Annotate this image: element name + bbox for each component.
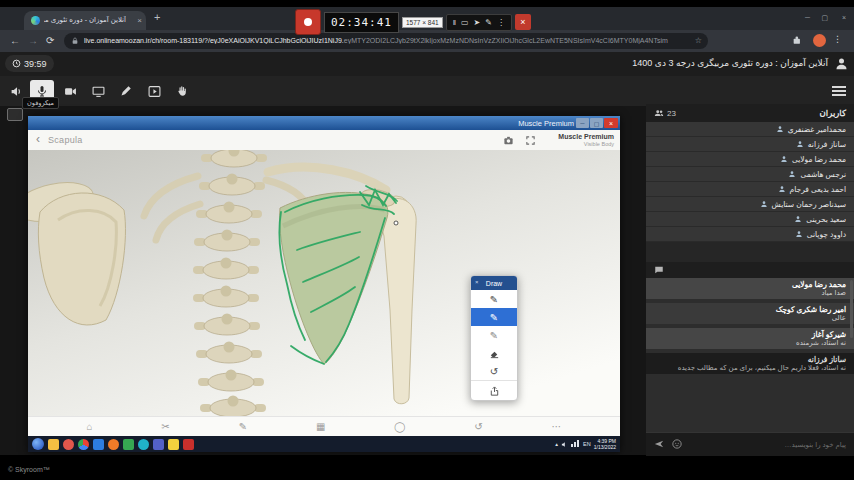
record-button[interactable] bbox=[295, 9, 321, 35]
window-titlebar[interactable]: Muscle Premium ─ ▢ × bbox=[28, 116, 620, 130]
share-icon bbox=[489, 386, 500, 397]
window-maximize-icon[interactable]: ▢ bbox=[821, 14, 828, 22]
person-icon bbox=[760, 200, 768, 208]
network-signal-icon[interactable] bbox=[571, 440, 580, 448]
draw-share-button[interactable] bbox=[471, 380, 517, 401]
pen-icon: ✎ bbox=[490, 312, 498, 323]
recorder-timer: 02:34:41 bbox=[324, 12, 399, 33]
start-button[interactable] bbox=[32, 438, 44, 450]
hamburger-menu-icon[interactable] bbox=[832, 86, 846, 98]
draw-tool-marker[interactable]: ✎ bbox=[471, 326, 517, 344]
taskbar-app-icon[interactable] bbox=[108, 439, 119, 450]
media-player-button[interactable] bbox=[142, 80, 166, 102]
user-list-item[interactable]: محمدامیر غضنفری bbox=[646, 122, 854, 137]
tab-close-icon[interactable]: × bbox=[137, 16, 142, 25]
tray-speaker-icon[interactable] bbox=[561, 441, 568, 448]
user-list-item[interactable]: داوود چوپانی bbox=[646, 227, 854, 242]
draw-tool-pen-active[interactable]: ✎ bbox=[471, 308, 517, 326]
new-tab-button[interactable]: + bbox=[154, 11, 160, 23]
draw-pencil-icon[interactable]: ✎ bbox=[239, 421, 247, 432]
back-icon[interactable]: ← bbox=[10, 35, 20, 46]
user-list-item[interactable]: ساناز فرزانه bbox=[646, 137, 854, 152]
home-icon[interactable]: ⌂ bbox=[86, 421, 92, 432]
fullscreen-expand-icon[interactable] bbox=[525, 135, 536, 146]
user-list-item[interactable]: نرجس هاشمی bbox=[646, 167, 854, 182]
tray-chevron-icon[interactable]: ▴ bbox=[555, 441, 558, 447]
session-timer-value: 39:59 bbox=[24, 59, 47, 69]
draw-tool-eraser[interactable] bbox=[471, 344, 517, 362]
chat-panel-header[interactable] bbox=[646, 262, 854, 278]
snapshot-camera-icon[interactable] bbox=[503, 135, 514, 146]
taskbar-app-icon[interactable] bbox=[78, 439, 89, 450]
clock-icon bbox=[12, 59, 21, 68]
chat-sender: ساناز فرزانه bbox=[654, 355, 846, 364]
url-host-path: live.onlineamoozan.ir/ch/room-183119/?/e… bbox=[84, 37, 344, 44]
reset-undo-icon[interactable]: ↺ bbox=[474, 421, 482, 432]
webcam-button[interactable] bbox=[58, 80, 82, 102]
user-list-item[interactable]: محمد رضا مولایی bbox=[646, 152, 854, 167]
chat-input-bar[interactable]: پیام خود را بنویسید… bbox=[646, 432, 854, 456]
taskbar-app-icon[interactable] bbox=[93, 439, 104, 450]
windows-taskbar: ▴ EN 4:39 PM 1/13/2022 bbox=[28, 436, 620, 452]
chat-message-list[interactable]: محمد رضا مولایی صدا میاد امیر رضا شکری ک… bbox=[646, 278, 854, 432]
profile-avatar[interactable] bbox=[813, 34, 826, 47]
nav-back-icon[interactable]: ‹ bbox=[36, 132, 40, 146]
tab-favicon bbox=[31, 16, 40, 25]
more-options-icon[interactable]: ⋯ bbox=[552, 421, 562, 432]
screenshare-button[interactable] bbox=[86, 80, 110, 102]
system-tray: ▴ EN 4:39 PM 1/13/2022 bbox=[555, 438, 616, 451]
whiteboard-panel-toggle-icon[interactable] bbox=[7, 108, 23, 121]
anatomy-3d-view[interactable] bbox=[28, 150, 620, 416]
dissect-scissors-icon[interactable]: ✂ bbox=[161, 421, 169, 432]
taskbar-app-icon[interactable] bbox=[63, 439, 74, 450]
taskbar-app-icon[interactable] bbox=[183, 439, 194, 450]
user-list-item[interactable]: احمد بدیعی فرجام bbox=[646, 182, 854, 197]
send-icon[interactable] bbox=[654, 439, 664, 449]
taskbar-app-icon[interactable] bbox=[48, 439, 59, 450]
raise-hand-button[interactable] bbox=[170, 80, 194, 102]
window-close-icon[interactable]: × bbox=[842, 14, 846, 21]
user-list-item[interactable]: سعید بحرینی bbox=[646, 212, 854, 227]
app-close-icon[interactable]: × bbox=[604, 118, 618, 128]
recorder-more-icon[interactable]: ⋮ bbox=[497, 18, 505, 27]
cursor-icon[interactable]: ➤ bbox=[474, 18, 481, 27]
app-maximize-icon[interactable]: ▢ bbox=[590, 118, 603, 128]
rotate-circle-icon[interactable]: ◯ bbox=[394, 421, 405, 432]
taskbar-app-icon[interactable] bbox=[168, 439, 179, 450]
whiteboard-pen-button[interactable] bbox=[114, 80, 138, 102]
recorder-close-button[interactable]: × bbox=[515, 14, 531, 30]
draw-tools-panel: Draw × ✎ ✎ ✎ ↺ bbox=[470, 275, 518, 401]
brand-name: Muscle Premium bbox=[558, 133, 614, 141]
pause-icon[interactable]: ‖ bbox=[453, 18, 456, 27]
extensions-puzzle-icon[interactable] bbox=[792, 35, 802, 45]
language-indicator[interactable]: EN bbox=[583, 441, 591, 447]
class-title: آنلاین آموزان : دوره تئوری مربیگری درجه … bbox=[632, 58, 828, 68]
account-person-icon[interactable] bbox=[834, 56, 849, 71]
taskbar-clock[interactable]: 4:39 PM 1/13/2022 bbox=[594, 438, 616, 451]
app-minimize-icon[interactable]: ─ bbox=[576, 118, 589, 128]
draw-panel-close-icon[interactable]: × bbox=[475, 279, 479, 285]
draw-tool-pen[interactable]: ✎ bbox=[471, 290, 517, 308]
forward-icon[interactable]: → bbox=[28, 35, 38, 46]
browser-tab[interactable]: آنلاین آموزان - دوره تئوری مرب… × bbox=[24, 11, 146, 30]
draw-tool-undo[interactable]: ↺ bbox=[471, 362, 517, 380]
browser-menu-kebab-icon[interactable]: ⋮ bbox=[833, 34, 842, 44]
taskbar-app-icon[interactable] bbox=[123, 439, 134, 450]
chat-text: نه استاد، فعلا داریم حال میکنیم، برای من… bbox=[654, 364, 846, 372]
bookmark-star-icon[interactable]: ☆ bbox=[695, 36, 702, 45]
url-omnibox[interactable]: live.onlineamoozan.ir/ch/room-183119/?/e… bbox=[64, 33, 708, 49]
taskbar-time: 4:39 PM bbox=[597, 438, 616, 444]
taskbar-app-icon[interactable] bbox=[138, 439, 149, 450]
users-panel-header[interactable]: کاربران 23 bbox=[646, 104, 854, 122]
views-grid-icon[interactable]: ▦ bbox=[316, 421, 325, 432]
annotate-pencil-icon[interactable]: ✎ bbox=[485, 18, 492, 27]
reload-icon[interactable]: ⟳ bbox=[46, 35, 54, 46]
user-list-item[interactable]: سیدناصر رحمان ستایش bbox=[646, 197, 854, 212]
taskbar-app-icon[interactable] bbox=[153, 439, 164, 450]
capture-frame-icon[interactable]: ▭ bbox=[461, 18, 469, 27]
shared-screen: Muscle Premium ─ ▢ × ‹ Scapula Muscle Pr… bbox=[28, 116, 620, 452]
window-minimize-icon[interactable]: ─ bbox=[805, 14, 810, 21]
anatomy-nav-bar: ‹ Scapula Muscle Premium Visible Body bbox=[28, 130, 620, 151]
chat-scrollbar[interactable] bbox=[850, 280, 853, 338]
emoji-icon[interactable] bbox=[672, 439, 682, 449]
